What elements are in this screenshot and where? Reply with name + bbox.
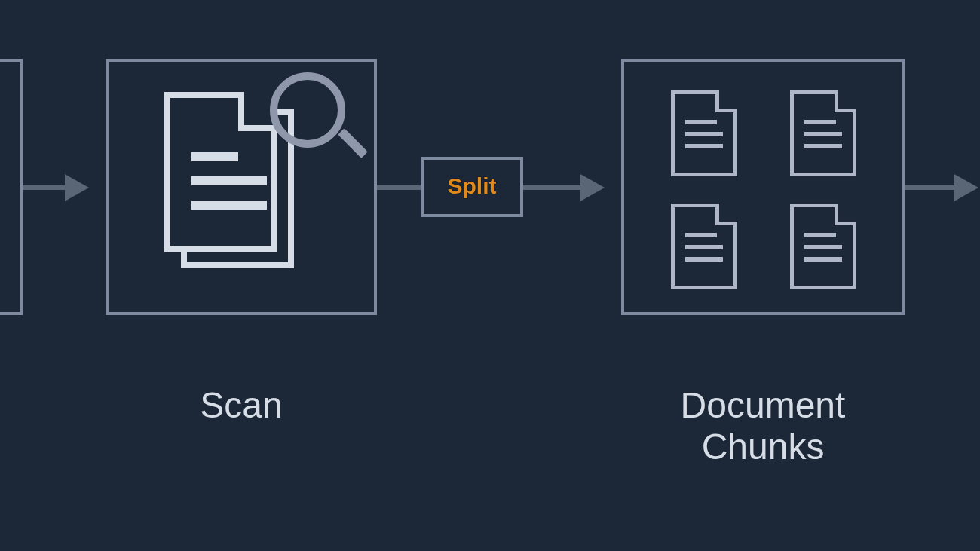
arrow-split-to-chunks <box>523 185 583 190</box>
arrow-head-4 <box>954 174 978 201</box>
scan-label: Scan <box>106 384 377 426</box>
diagram-canvas: Scan Split Document Chunks <box>0 0 980 551</box>
arrow-head-1 <box>65 174 89 201</box>
chunk-doc-icon <box>790 204 856 289</box>
document-front-icon <box>164 92 277 252</box>
chunks-label: Document Chunks <box>627 384 899 467</box>
chunk-doc-icon <box>790 90 856 176</box>
chunk-doc-icon <box>671 204 737 289</box>
arrow-chunks-out <box>905 185 957 190</box>
scan-node <box>106 59 377 315</box>
chunk-doc-icon <box>671 90 737 176</box>
arrow-head-3 <box>580 174 605 201</box>
split-label: Split <box>434 173 510 199</box>
input-node <box>0 59 23 315</box>
magnifying-glass-icon <box>270 72 345 148</box>
chunks-node <box>621 59 905 315</box>
arrow-input-to-scan <box>23 185 68 190</box>
arrow-scan-to-split <box>377 185 421 190</box>
